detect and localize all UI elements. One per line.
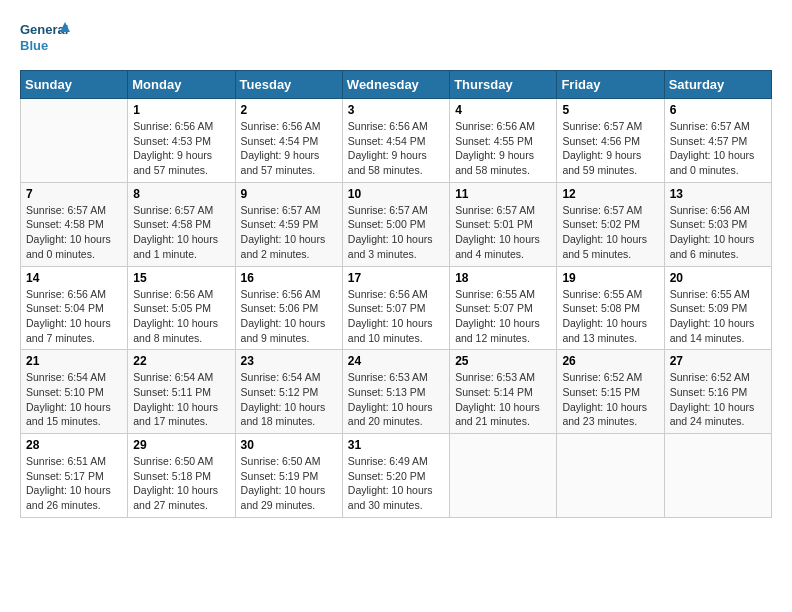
day-info: Sunrise: 6:51 AMSunset: 5:17 PMDaylight:… xyxy=(26,454,122,513)
col-header-monday: Monday xyxy=(128,71,235,99)
day-number: 12 xyxy=(562,187,658,201)
day-number: 18 xyxy=(455,271,551,285)
calendar-cell: 9 Sunrise: 6:57 AMSunset: 4:59 PMDayligh… xyxy=(235,182,342,266)
logo-svg: General Blue xyxy=(20,16,70,60)
day-number: 11 xyxy=(455,187,551,201)
calendar-table: SundayMondayTuesdayWednesdayThursdayFrid… xyxy=(20,70,772,518)
calendar-cell: 11 Sunrise: 6:57 AMSunset: 5:01 PMDaylig… xyxy=(450,182,557,266)
day-number: 15 xyxy=(133,271,229,285)
calendar-cell: 2 Sunrise: 6:56 AMSunset: 4:54 PMDayligh… xyxy=(235,99,342,183)
calendar-cell: 4 Sunrise: 6:56 AMSunset: 4:55 PMDayligh… xyxy=(450,99,557,183)
col-header-friday: Friday xyxy=(557,71,664,99)
day-number: 5 xyxy=(562,103,658,117)
col-header-thursday: Thursday xyxy=(450,71,557,99)
calendar-cell: 30 Sunrise: 6:50 AMSunset: 5:19 PMDaylig… xyxy=(235,434,342,518)
calendar-cell xyxy=(557,434,664,518)
day-number: 10 xyxy=(348,187,444,201)
day-info: Sunrise: 6:56 AMSunset: 5:05 PMDaylight:… xyxy=(133,287,229,346)
calendar-cell: 26 Sunrise: 6:52 AMSunset: 5:15 PMDaylig… xyxy=(557,350,664,434)
day-info: Sunrise: 6:57 AMSunset: 4:57 PMDaylight:… xyxy=(670,119,766,178)
day-info: Sunrise: 6:56 AMSunset: 5:03 PMDaylight:… xyxy=(670,203,766,262)
day-number: 7 xyxy=(26,187,122,201)
day-number: 20 xyxy=(670,271,766,285)
page-header: General Blue xyxy=(20,16,772,60)
calendar-cell: 3 Sunrise: 6:56 AMSunset: 4:54 PMDayligh… xyxy=(342,99,449,183)
calendar-cell xyxy=(450,434,557,518)
calendar-cell: 5 Sunrise: 6:57 AMSunset: 4:56 PMDayligh… xyxy=(557,99,664,183)
day-number: 26 xyxy=(562,354,658,368)
header-row: SundayMondayTuesdayWednesdayThursdayFrid… xyxy=(21,71,772,99)
svg-text:Blue: Blue xyxy=(20,38,48,53)
calendar-cell: 13 Sunrise: 6:56 AMSunset: 5:03 PMDaylig… xyxy=(664,182,771,266)
day-info: Sunrise: 6:57 AMSunset: 4:56 PMDaylight:… xyxy=(562,119,658,178)
day-number: 25 xyxy=(455,354,551,368)
calendar-cell xyxy=(21,99,128,183)
col-header-wednesday: Wednesday xyxy=(342,71,449,99)
day-info: Sunrise: 6:55 AMSunset: 5:09 PMDaylight:… xyxy=(670,287,766,346)
day-info: Sunrise: 6:57 AMSunset: 5:02 PMDaylight:… xyxy=(562,203,658,262)
day-info: Sunrise: 6:54 AMSunset: 5:10 PMDaylight:… xyxy=(26,370,122,429)
day-number: 2 xyxy=(241,103,337,117)
day-number: 13 xyxy=(670,187,766,201)
day-number: 28 xyxy=(26,438,122,452)
day-number: 9 xyxy=(241,187,337,201)
calendar-cell: 22 Sunrise: 6:54 AMSunset: 5:11 PMDaylig… xyxy=(128,350,235,434)
week-row-3: 14 Sunrise: 6:56 AMSunset: 5:04 PMDaylig… xyxy=(21,266,772,350)
calendar-cell: 15 Sunrise: 6:56 AMSunset: 5:05 PMDaylig… xyxy=(128,266,235,350)
day-number: 23 xyxy=(241,354,337,368)
calendar-cell: 23 Sunrise: 6:54 AMSunset: 5:12 PMDaylig… xyxy=(235,350,342,434)
day-info: Sunrise: 6:54 AMSunset: 5:11 PMDaylight:… xyxy=(133,370,229,429)
day-number: 21 xyxy=(26,354,122,368)
calendar-cell: 8 Sunrise: 6:57 AMSunset: 4:58 PMDayligh… xyxy=(128,182,235,266)
col-header-sunday: Sunday xyxy=(21,71,128,99)
calendar-cell: 16 Sunrise: 6:56 AMSunset: 5:06 PMDaylig… xyxy=(235,266,342,350)
day-number: 24 xyxy=(348,354,444,368)
day-info: Sunrise: 6:52 AMSunset: 5:16 PMDaylight:… xyxy=(670,370,766,429)
day-info: Sunrise: 6:53 AMSunset: 5:14 PMDaylight:… xyxy=(455,370,551,429)
day-info: Sunrise: 6:54 AMSunset: 5:12 PMDaylight:… xyxy=(241,370,337,429)
day-info: Sunrise: 6:56 AMSunset: 4:55 PMDaylight:… xyxy=(455,119,551,178)
calendar-cell: 17 Sunrise: 6:56 AMSunset: 5:07 PMDaylig… xyxy=(342,266,449,350)
day-number: 3 xyxy=(348,103,444,117)
calendar-cell: 27 Sunrise: 6:52 AMSunset: 5:16 PMDaylig… xyxy=(664,350,771,434)
day-number: 31 xyxy=(348,438,444,452)
calendar-cell: 1 Sunrise: 6:56 AMSunset: 4:53 PMDayligh… xyxy=(128,99,235,183)
day-number: 6 xyxy=(670,103,766,117)
calendar-cell: 21 Sunrise: 6:54 AMSunset: 5:10 PMDaylig… xyxy=(21,350,128,434)
calendar-cell: 10 Sunrise: 6:57 AMSunset: 5:00 PMDaylig… xyxy=(342,182,449,266)
day-number: 14 xyxy=(26,271,122,285)
day-info: Sunrise: 6:57 AMSunset: 4:58 PMDaylight:… xyxy=(26,203,122,262)
day-info: Sunrise: 6:57 AMSunset: 5:01 PMDaylight:… xyxy=(455,203,551,262)
calendar-cell: 28 Sunrise: 6:51 AMSunset: 5:17 PMDaylig… xyxy=(21,434,128,518)
calendar-cell: 29 Sunrise: 6:50 AMSunset: 5:18 PMDaylig… xyxy=(128,434,235,518)
day-info: Sunrise: 6:56 AMSunset: 5:04 PMDaylight:… xyxy=(26,287,122,346)
day-info: Sunrise: 6:57 AMSunset: 4:59 PMDaylight:… xyxy=(241,203,337,262)
day-info: Sunrise: 6:56 AMSunset: 5:07 PMDaylight:… xyxy=(348,287,444,346)
calendar-cell: 12 Sunrise: 6:57 AMSunset: 5:02 PMDaylig… xyxy=(557,182,664,266)
day-info: Sunrise: 6:56 AMSunset: 5:06 PMDaylight:… xyxy=(241,287,337,346)
calendar-cell: 7 Sunrise: 6:57 AMSunset: 4:58 PMDayligh… xyxy=(21,182,128,266)
col-header-saturday: Saturday xyxy=(664,71,771,99)
day-info: Sunrise: 6:53 AMSunset: 5:13 PMDaylight:… xyxy=(348,370,444,429)
calendar-cell: 20 Sunrise: 6:55 AMSunset: 5:09 PMDaylig… xyxy=(664,266,771,350)
day-info: Sunrise: 6:55 AMSunset: 5:08 PMDaylight:… xyxy=(562,287,658,346)
day-info: Sunrise: 6:57 AMSunset: 4:58 PMDaylight:… xyxy=(133,203,229,262)
calendar-cell: 18 Sunrise: 6:55 AMSunset: 5:07 PMDaylig… xyxy=(450,266,557,350)
day-number: 4 xyxy=(455,103,551,117)
day-info: Sunrise: 6:56 AMSunset: 4:53 PMDaylight:… xyxy=(133,119,229,178)
calendar-cell: 6 Sunrise: 6:57 AMSunset: 4:57 PMDayligh… xyxy=(664,99,771,183)
day-number: 19 xyxy=(562,271,658,285)
day-number: 16 xyxy=(241,271,337,285)
calendar-cell: 14 Sunrise: 6:56 AMSunset: 5:04 PMDaylig… xyxy=(21,266,128,350)
day-info: Sunrise: 6:50 AMSunset: 5:19 PMDaylight:… xyxy=(241,454,337,513)
day-number: 27 xyxy=(670,354,766,368)
calendar-cell xyxy=(664,434,771,518)
calendar-cell: 24 Sunrise: 6:53 AMSunset: 5:13 PMDaylig… xyxy=(342,350,449,434)
calendar-cell: 31 Sunrise: 6:49 AMSunset: 5:20 PMDaylig… xyxy=(342,434,449,518)
day-number: 17 xyxy=(348,271,444,285)
day-number: 1 xyxy=(133,103,229,117)
week-row-5: 28 Sunrise: 6:51 AMSunset: 5:17 PMDaylig… xyxy=(21,434,772,518)
week-row-4: 21 Sunrise: 6:54 AMSunset: 5:10 PMDaylig… xyxy=(21,350,772,434)
day-number: 22 xyxy=(133,354,229,368)
day-info: Sunrise: 6:56 AMSunset: 4:54 PMDaylight:… xyxy=(241,119,337,178)
